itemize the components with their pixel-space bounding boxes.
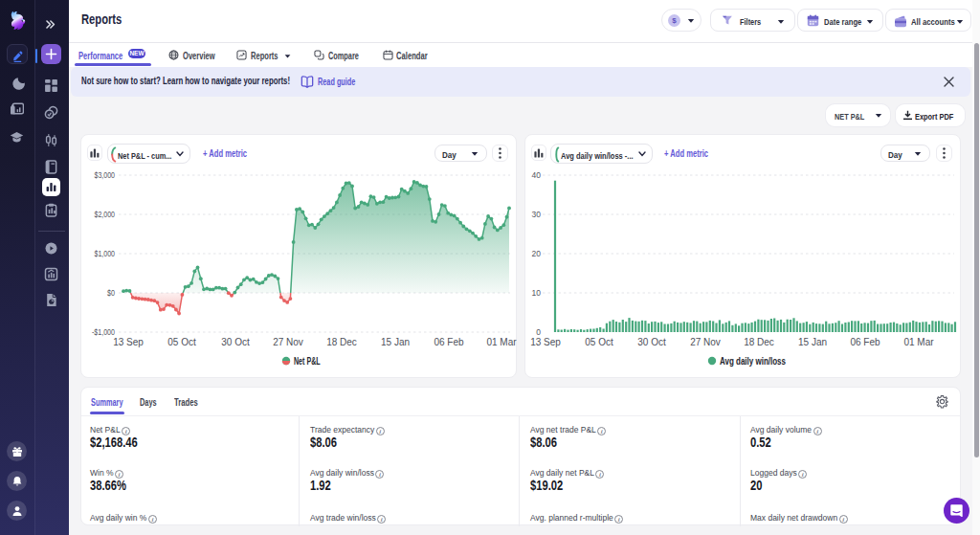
svg-text:$1,000: $1,000 <box>95 249 116 258</box>
svg-text:18 Dec: 18 Dec <box>744 337 774 347</box>
svg-text:10: 10 <box>532 288 542 298</box>
svg-text:30 Oct: 30 Oct <box>221 337 250 347</box>
svg-text:15 Jan: 15 Jan <box>798 337 827 347</box>
svg-text:-$1,000: -$1,000 <box>92 327 115 337</box>
svg-text:18 Dec: 18 Dec <box>326 337 357 347</box>
svg-text:01 Mar: 01 Mar <box>486 337 517 347</box>
svg-text:Avg daily win/loss: Avg daily win/loss <box>720 355 786 367</box>
svg-text:13 Sep: 13 Sep <box>530 337 561 347</box>
svg-text:20: 20 <box>532 249 542 258</box>
svg-text:06 Feb: 06 Feb <box>850 337 880 347</box>
svg-text:$2,000: $2,000 <box>95 210 116 219</box>
svg-text:01 Mar: 01 Mar <box>903 337 934 347</box>
svg-text:13 Sep: 13 Sep <box>113 337 144 347</box>
svg-text:$3,000: $3,000 <box>95 170 116 180</box>
svg-text:0: 0 <box>536 327 541 337</box>
svg-text:27 Nov: 27 Nov <box>690 337 721 347</box>
svg-text:30: 30 <box>532 210 542 219</box>
svg-text:40: 40 <box>532 170 542 180</box>
svg-text:05 Oct: 05 Oct <box>585 337 613 347</box>
svg-text:Net P&L: Net P&L <box>294 355 321 367</box>
svg-text:15 Jan: 15 Jan <box>381 337 410 347</box>
svg-text:06 Feb: 06 Feb <box>434 337 464 347</box>
svg-text:27 Nov: 27 Nov <box>273 337 303 347</box>
svg-text:30 Oct: 30 Oct <box>637 337 666 347</box>
svg-text:$0: $0 <box>107 288 115 298</box>
svg-text:05 Oct: 05 Oct <box>167 337 196 347</box>
